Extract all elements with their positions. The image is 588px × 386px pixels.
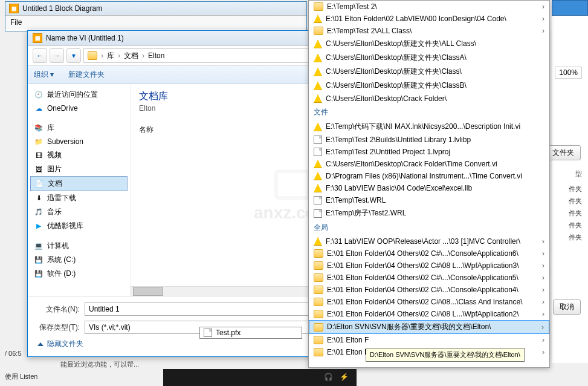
bc-elton[interactable]: Elton <box>148 51 164 60</box>
recent-item[interactable]: E:\Temp\代码下载\NI MAX.lnk\Nicsys200...\Des… <box>309 120 549 134</box>
back-button[interactable]: ← <box>33 48 47 63</box>
bg-text: 能最近浏览功能，可以帮... <box>60 360 139 369</box>
dialog-title: Name the VI (Untitled 1) <box>46 34 124 42</box>
sidebar-drive-c[interactable]: 💾系统 (C:) <box>30 253 128 267</box>
recent-item-path: C:\Users\Elton\Desktop\Crack Folder\Time… <box>326 160 497 168</box>
recent-item-path: C:\Users\Elton\Desktop\新建文件夹\ALL Class\ <box>326 39 476 49</box>
warning-icon <box>314 68 322 76</box>
recent-item[interactable]: F:\30 LabVIEW Basic\04 Code\Excel\excel.… <box>309 182 549 194</box>
recent-item[interactable]: D:\Program Files (x86)\National Instrume… <box>309 170 549 182</box>
download-icon: ⬇ <box>34 194 44 203</box>
recent-item[interactable]: F:\31 LabVIEW OOP\Release\Actor ...\03 [… <box>309 235 549 247</box>
recent-item[interactable]: E:\Temp\Test 2\ALL Class\› <box>309 25 549 37</box>
folder-icon <box>314 261 323 270</box>
file-icon <box>314 148 322 156</box>
chevron-right-icon: › <box>142 51 144 60</box>
drive-icon: 💾 <box>34 255 44 265</box>
recent-item-path: E:\01 Elton Folder\04 Others\02 C#\...\C… <box>327 286 519 294</box>
col-type-label: 型 <box>575 169 582 178</box>
chevron-right-icon: › <box>542 336 544 344</box>
recent-item[interactable]: C:\Users\Elton\Desktop\Crack Folder\ <box>309 93 549 105</box>
recent-item-path: C:\Users\Elton\Desktop\新建文件夹\Class\ <box>326 67 462 77</box>
recent-item[interactable]: C:\Users\Elton\Desktop\Crack Folder\Time… <box>309 158 549 170</box>
file-icon <box>314 196 322 204</box>
recent-item[interactable]: E:\01 Elton Folder\04 Others\02 C#\08...… <box>309 296 549 308</box>
recent-item[interactable]: E:\Temp\Test 2\Untitled Project 1.lvproj <box>309 146 549 158</box>
folder-label-3: 件夹 <box>569 209 582 218</box>
recent-item[interactable]: C:\Users\Elton\Desktop\新建文件夹\Class\ <box>309 65 549 79</box>
organize-menu[interactable]: 组织 ▾ <box>34 70 54 80</box>
new-folder-button[interactable]: 文件夹 <box>546 145 581 160</box>
folder-icon <box>314 323 323 332</box>
sidebar-drive-d[interactable]: 💾软件 (D:) <box>30 267 128 281</box>
recent-item[interactable]: E:\Temp\Test 2\Builds\Untitled Library 1… <box>309 134 549 146</box>
chevron-up-icon <box>37 342 44 346</box>
sidebar-computer[interactable]: 💻计算机 <box>30 239 128 253</box>
sidebar-item-youku[interactable]: ▶优酷影视库 <box>30 219 128 233</box>
scroll-thumb[interactable] <box>133 287 163 296</box>
sidebar-item-thunder[interactable]: ⬇迅雷下载 <box>30 191 128 205</box>
new-folder-link[interactable]: 新建文件夹 <box>68 70 105 80</box>
recent-item[interactable]: C:\Users\Elton\Desktop\新建文件夹\ALL Class\ <box>309 37 549 51</box>
drive-icon: 💾 <box>34 269 44 279</box>
sidebar-recent[interactable]: 🕘最近访问的位置 <box>30 88 128 102</box>
sidebar-item-videos[interactable]: 🎞视频 <box>30 148 128 162</box>
folder-label-2: 件夹 <box>569 197 582 206</box>
recent-item[interactable]: E:\01 Elton Folder\04 Others\02 C#\...\C… <box>309 284 549 296</box>
recent-item-path: C:\Users\Elton\Desktop\Crack Folder\ <box>326 94 447 103</box>
document-icon: 📄 <box>34 179 44 189</box>
onedrive-icon: ☁ <box>34 103 44 113</box>
bg-title-text: Untitled 1 Block Diagram <box>22 4 102 13</box>
warning-icon <box>314 160 322 168</box>
bg-menu-file[interactable]: File <box>5 16 306 29</box>
dropdown-button[interactable]: ▾ <box>66 48 81 63</box>
block-diagram-window: ▦ Untitled 1 Block Diagram File <box>5 1 307 31</box>
folder-icon <box>314 27 323 35</box>
right-header <box>552 0 588 16</box>
bc-lib[interactable]: 库 <box>107 51 114 61</box>
folder-icon <box>88 51 97 60</box>
recent-item[interactable]: E:\Temp\Test 2\› <box>309 1 549 13</box>
recent-item-path: E:\Temp\Test 2\Untitled Project 1.lvproj <box>326 148 450 156</box>
recent-item-path: F:\30 LabVIEW Basic\04 Code\Excel\excel.… <box>326 184 472 192</box>
sidebar-item-documents[interactable]: 📄文档 <box>30 176 128 191</box>
forward-button[interactable]: → <box>50 48 64 63</box>
recent-item[interactable]: E:\01 Elton Folder\04 Others\02 C#\08 L.… <box>309 308 549 320</box>
savetype-label: 保存类型(T): <box>37 322 80 333</box>
recent-item[interactable]: E:\Temp\房子\Test2.WRL <box>309 206 549 220</box>
warning-icon <box>314 237 322 246</box>
testpfx-item[interactable]: Test.pfx <box>199 327 302 339</box>
recent-item[interactable]: E:\01 Elton Folder\02 LabVIEW\00 IconDes… <box>309 13 549 25</box>
path-tooltip: D:\Elton SVN\SVN服务器\重要文档\我的文档\Elton\ <box>366 348 525 362</box>
recent-item-path: C:\Users\Elton\Desktop\新建文件夹\ClassB\ <box>326 80 467 91</box>
bolt-icon[interactable]: ⚡ <box>340 373 349 382</box>
recent-item-path: F:\31 LabVIEW OOP\Release\Actor ...\03 [… <box>326 237 520 246</box>
recent-item[interactable]: C:\Users\Elton\Desktop\新建文件夹\ClassB\ <box>309 79 549 93</box>
sidebar-item-music[interactable]: 🎵音乐 <box>30 205 128 219</box>
labview-icon: ▦ <box>33 33 42 43</box>
zoom-level[interactable]: 100% <box>555 67 582 79</box>
folder-label-5: 件夹 <box>569 233 582 242</box>
chevron-right-icon: › <box>542 27 544 35</box>
recent-item-path: E:\Temp\Test.WRL <box>326 196 386 204</box>
recent-item[interactable]: E:\01 Elton Folder\04 Others\02 C#\08 L.… <box>309 260 549 272</box>
recent-item[interactable]: E:\01 Elton F› <box>309 334 549 346</box>
recent-item[interactable]: E:\01 Elton Folder\04 Others\02 C#\...\C… <box>309 247 549 260</box>
sidebar-onedrive[interactable]: ☁OneDrive <box>30 102 128 115</box>
sidebar-item-subversion[interactable]: 📁Subversion <box>30 135 128 148</box>
headphone-icon[interactable]: 🎧 <box>324 373 334 382</box>
bc-docs[interactable]: 文档 <box>124 51 138 61</box>
sidebar-item-pictures[interactable]: 🖼图片 <box>30 162 128 176</box>
recent-item[interactable]: C:\Users\Elton\Desktop\新建文件夹\ClassA\ <box>309 51 549 65</box>
sidebar-libraries[interactable]: 📚库 <box>30 121 128 135</box>
recent-item-path: E:\01 Elton Folder\04 Others\02 C#\...\C… <box>327 273 519 282</box>
chevron-right-icon: › <box>541 323 544 332</box>
recent-item[interactable]: E:\01 Elton Folder\04 Others\02 C#\...\C… <box>309 272 549 284</box>
cancel-button[interactable]: 取消 <box>553 299 581 315</box>
recent-item[interactable]: E:\Temp\Test.WRL <box>309 194 549 206</box>
folder-icon <box>314 273 323 282</box>
chevron-right-icon: › <box>542 286 544 294</box>
recent-item[interactable]: D:\Elton SVN\SVN服务器\重要文档\我的文档\Elton\› <box>309 320 549 334</box>
chevron-right-icon: › <box>542 298 544 306</box>
taskbar: 🎧 ⚡ <box>163 369 357 386</box>
